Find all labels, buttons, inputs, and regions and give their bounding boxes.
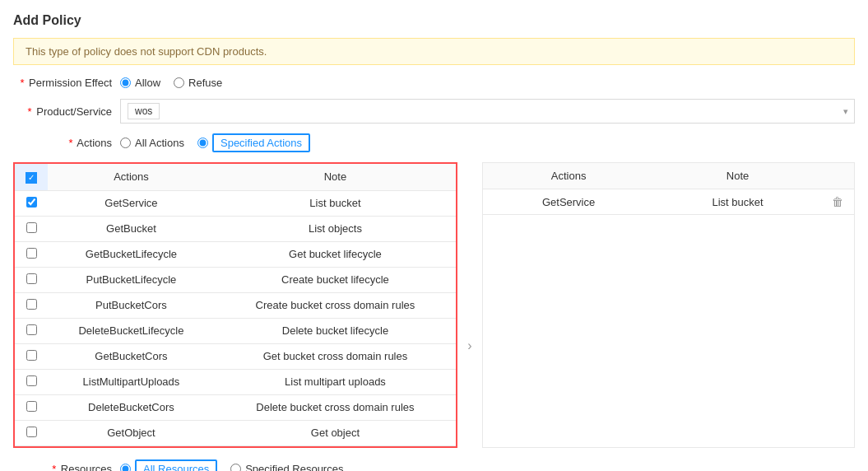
table-row: GetObject Get object [15,420,456,445]
note-cell: Create bucket lifecycle [215,267,456,292]
all-actions-option[interactable]: All Actions [120,137,184,149]
note-cell: List bucket [654,189,821,215]
action-cell: ListMultipartUploads [48,369,215,394]
note-cell: Get bucket cross domain rules [215,343,456,369]
refuse-label: Refuse [188,77,222,89]
resources-row: * Resources All Resources Specified Reso… [13,459,855,472]
row-checkbox-cell[interactable] [15,343,48,369]
resources-label: * Resources [13,463,120,472]
action-cell: GetBucketCors [48,343,215,369]
action-cell: PutBucketCors [48,292,215,318]
note-cell: Get bucket lifecycle [215,241,456,267]
left-actions-header: Actions [48,164,215,190]
select-all-checkbox-cell[interactable]: ✓ [15,164,48,190]
table-row: GetService List bucket [15,190,456,216]
all-actions-label: All Actions [135,137,184,149]
product-select-box[interactable]: wos [120,99,855,124]
actions-options: All Actions Specified Actions [120,133,310,152]
note-cell: Delete bucket cross domain rules [215,394,456,420]
allow-option[interactable]: Allow [120,77,160,89]
right-actions-header: Actions [483,163,654,189]
required-star-3: * [68,137,72,149]
select-all-checkbox[interactable]: ✓ [26,172,37,184]
right-panel: Actions Note GetService List bucket 🗑 [482,162,855,448]
table-row: GetBucketLifecycle Get bucket lifecycle [15,241,456,267]
permission-effect-options: Allow Refuse [120,77,222,89]
row-checkbox-cell[interactable] [15,318,48,343]
note-cell: Delete bucket lifecycle [215,318,456,343]
right-table-header: Actions Note [483,163,854,189]
all-resources-label: All Resources [135,459,217,472]
left-table-body: GetService List bucket GetBucket List ob… [15,190,456,445]
left-table-header: ✓ Actions Note [15,164,456,190]
required-star-4: * [52,463,56,472]
note-cell: Create bucket cross domain rules [215,292,456,318]
specified-actions-option[interactable]: Specified Actions [197,133,310,152]
required-star: * [20,77,24,89]
page-title: Add Policy [13,13,855,28]
action-cell: PutBucketLifecycle [48,267,215,292]
product-service-label: * Product/Service [13,105,120,118]
action-cell: GetBucket [48,216,215,241]
specified-actions-label: Specified Actions [212,133,310,152]
row-checkbox-cell[interactable] [15,190,48,216]
table-row: PutBucketLifecycle Create bucket lifecyc… [15,267,456,292]
row-checkbox-cell[interactable] [15,369,48,394]
action-cell: DeleteBucketCors [48,394,215,420]
right-table: Actions Note GetService List bucket 🗑 [483,163,854,215]
transfer-arrow-button[interactable]: › [457,245,482,448]
chevron-down-icon: ▾ [843,106,848,117]
row-checkbox-cell[interactable] [15,267,48,292]
table-row: DeleteBucketCors Delete bucket cross dom… [15,394,456,420]
refuse-option[interactable]: Refuse [174,77,222,89]
action-cell: DeleteBucketLifecycle [48,318,215,343]
row-checkbox-cell[interactable] [15,394,48,420]
row-checkbox-cell[interactable] [15,420,48,445]
table-row: ListMultipartUploads List multipart uplo… [15,369,456,394]
actions-row: * Actions All Actions Specified Actions [13,133,855,152]
all-resources-option[interactable]: All Resources [120,459,217,472]
table-row: GetBucket List objects [15,216,456,241]
main-content: ✓ Actions Note GetService List bucket Ge… [13,162,855,448]
table-row: GetBucketCors Get bucket cross domain ru… [15,343,456,369]
required-star-2: * [28,105,32,118]
specified-resources-label: Specified Resources [245,463,343,472]
permission-effect-label: * Permission Effect [13,77,120,89]
product-tag: wos [128,103,160,119]
specified-resources-option[interactable]: Specified Resources [230,463,343,472]
warning-banner: This type of policy does not support CDN… [13,38,855,65]
action-cell: GetObject [48,420,215,445]
allow-label: Allow [135,77,160,89]
actions-label: * Actions [13,137,120,149]
row-checkbox-cell[interactable] [15,292,48,318]
right-action-col [821,163,854,189]
note-cell: Get object [215,420,456,445]
table-row: GetService List bucket 🗑 [483,189,854,215]
table-row: PutBucketCors Create bucket cross domain… [15,292,456,318]
delete-icon[interactable]: 🗑 [832,195,843,208]
table-row: DeleteBucketLifecycle Delete bucket life… [15,318,456,343]
note-cell: List bucket [215,190,456,216]
product-service-row: * Product/Service wos ▾ [13,99,855,124]
delete-cell[interactable]: 🗑 [821,189,854,215]
action-cell: GetService [48,190,215,216]
note-cell: List multipart uploads [215,369,456,394]
resources-options: All Resources Specified Resources [120,459,343,472]
row-checkbox-cell[interactable] [15,241,48,267]
action-cell: GetService [483,189,654,215]
product-select-wrapper[interactable]: wos ▾ [120,99,855,124]
left-note-header: Note [215,164,456,190]
permission-effect-row: * Permission Effect Allow Refuse [13,77,855,89]
right-table-body: GetService List bucket 🗑 [483,189,854,215]
row-checkbox-cell[interactable] [15,216,48,241]
action-cell: GetBucketLifecycle [48,241,215,267]
note-cell: List objects [215,216,456,241]
right-note-header: Note [654,163,821,189]
left-table: ✓ Actions Note GetService List bucket Ge… [15,164,456,446]
left-panel: ✓ Actions Note GetService List bucket Ge… [13,162,457,448]
